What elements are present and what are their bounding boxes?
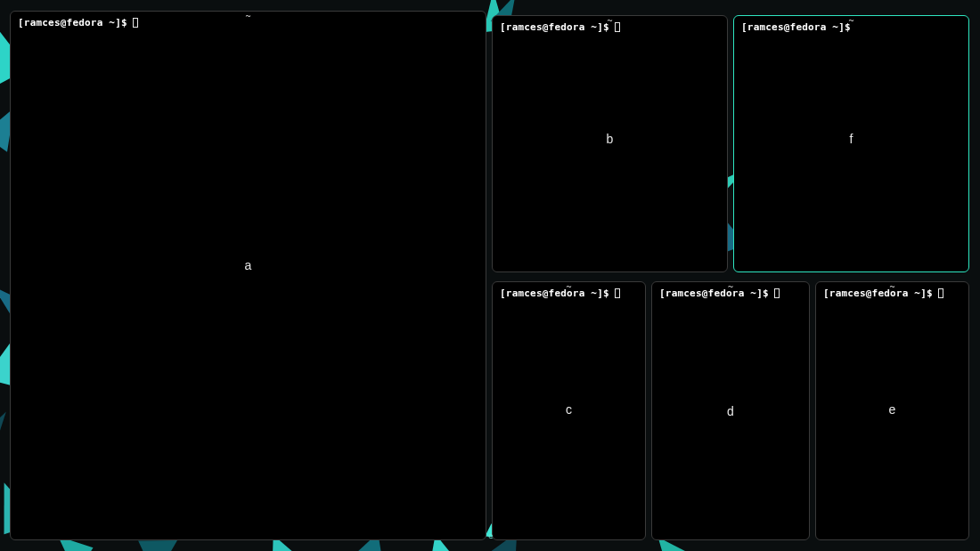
shell-prompt: [ramces@fedora ~]$ [823,288,933,299]
cursor-icon [774,288,780,298]
pane-hint-letter: e [889,402,896,417]
pane-hint-letter: f [850,132,853,146]
pane-title: ~ [723,281,739,294]
pane-hint-letter: d [727,404,734,418]
resize-handle-icon[interactable]: e [488,532,493,540]
terminal-pane-b[interactable]: ~ [ramces@fedora ~]$ b [492,15,728,272]
terminal-pane-e[interactable]: ~ [ramces@fedora ~]$ e [815,281,969,540]
terminal-pane-a[interactable]: ~ [ramces@fedora ~]$ a [10,11,486,540]
shell-prompt: [ramces@fedora ~]$ [18,17,127,28]
pane-hint-letter: a [245,258,252,272]
shell-prompt: [ramces@fedora ~]$ [500,288,609,299]
pane-hint-letter: c [566,402,572,417]
pane-title: ~ [843,15,859,28]
pane-title: ~ [240,11,256,23]
pane-hint-letter: b [607,132,614,146]
pane-title: ~ [560,281,576,294]
pane-title: ~ [601,15,617,28]
cursor-icon [615,288,620,298]
pane-title: ~ [884,281,900,294]
cursor-icon [133,18,138,28]
cursor-icon [938,288,943,298]
shell-prompt: [ramces@fedora ~]$ [500,21,609,33]
shell-prompt: [ramces@fedora ~]$ [659,288,769,299]
terminal-pane-f[interactable]: ~ [ramces@fedora ~]$ f [733,15,969,272]
shell-prompt: [ramces@fedora ~]$ [741,21,851,33]
terminal-pane-d[interactable]: ~ [ramces@fedora ~]$ d [651,281,810,540]
terminal-pane-c[interactable]: ~ [ramces@fedora ~]$ c [492,281,646,540]
